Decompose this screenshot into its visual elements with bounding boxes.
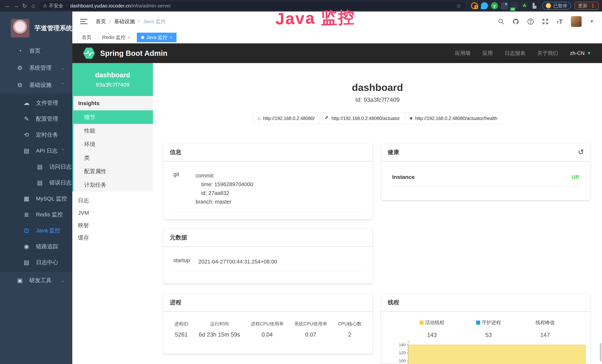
paused-label: 已暂停 — [553, 3, 567, 9]
breadcrumb: 首页 / 基础设施 / Java 监控 — [96, 18, 166, 25]
sidebar: 芋道管理系统 ◔ 首页 ⚙ 系统管理 ⌄ ⧉ 基础设施 ⌃ ☁ 文件管理 ✎ 配… — [0, 11, 72, 364]
sidebar-item-dev-tools[interactable]: ▣ 研发工具 ⌄ — [0, 272, 72, 289]
sidebar-item-home[interactable]: ◔ 首页 — [0, 42, 72, 59]
extension-switch-icon[interactable]: on — [511, 2, 518, 9]
sidebar-item-scheduled-jobs[interactable]: ⟲ 定时任务 — [0, 127, 72, 143]
menu-item-classes[interactable]: 类 — [74, 151, 153, 164]
info-card: 信息 git commit: time: 1596289704000 id: 2… — [163, 143, 373, 219]
sidebar-item-system[interactable]: ⚙ 系统管理 ⌄ — [0, 59, 72, 76]
help-icon[interactable] — [527, 18, 534, 25]
sidebar-item-access-logs[interactable]: ▤ 访问日志 — [0, 159, 72, 175]
tab-java-monitor[interactable]: Java 监控 × — [137, 33, 176, 42]
app-title: 芋道管理系统 — [34, 24, 72, 32]
actuator-url-button[interactable]: http://192.168.0.2:48080/actuator — [320, 113, 405, 124]
close-icon[interactable]: × — [128, 35, 130, 40]
home-icon: ⌂ — [258, 116, 261, 121]
eye-icon: ◉ — [22, 243, 31, 250]
profile-paused-chip[interactable]: 已暂停 — [542, 2, 571, 10]
daemon-threads-value: 53 — [462, 332, 515, 338]
close-icon[interactable]: × — [170, 35, 172, 40]
instance-header[interactable]: dashboard 93a3fc7f7409 — [72, 63, 153, 96]
extension-grid-icon[interactable] — [501, 2, 508, 9]
home-icon[interactable]: ⌂ — [29, 3, 37, 9]
error-log-icon: ▤ — [36, 179, 44, 186]
service-url-button[interactable]: ⌂ http://192.168.0.2:48080/ — [253, 113, 320, 124]
metadata-key: startup — [173, 257, 198, 266]
menu-item-environment[interactable]: 环境 — [74, 137, 153, 151]
browser-update-button[interactable]: 更新 ⋮ — [575, 2, 599, 10]
sidebar-item-infrastructure[interactable]: ⧉ 基础设施 ⌃ — [0, 76, 72, 94]
sba-nav-journal[interactable]: 日志报表 — [505, 50, 526, 57]
page-title: dashboard — [153, 82, 602, 93]
system-cpu-cell: 系统CPU使用率 0.07 — [294, 321, 327, 338]
extension-orange-icon[interactable]: 1 — [471, 2, 478, 9]
legend-swatch-daemon — [476, 321, 480, 325]
menu-item-metrics[interactable]: 性能 — [74, 124, 153, 137]
app-logo — [11, 19, 29, 37]
menu-item-scheduled-tasks[interactable]: 计划任务 — [74, 178, 153, 192]
sidebar-toggle-icon[interactable] — [80, 19, 87, 24]
breadcrumb-infrastructure[interactable]: 基础设施 — [114, 18, 135, 25]
instance-name: dashboard — [95, 71, 130, 79]
sidebar-item-error-logs[interactable]: ▤ 错误日志 — [0, 175, 72, 191]
tab-redis-monitor[interactable]: Redis 监控 × — [98, 33, 135, 42]
sidebar-item-config-manage[interactable]: ✎ 配置管理 — [0, 111, 72, 127]
url-path: /infra/admin-server — [131, 3, 171, 9]
extension-pin-icon[interactable] — [481, 2, 488, 9]
monitor-icon: ⧉ — [16, 82, 24, 88]
live-threads-area — [408, 345, 586, 364]
browser-menu-icon[interactable]: ⋮ — [590, 3, 595, 9]
timer-icon: ⟲ — [22, 131, 31, 138]
github-icon[interactable] — [512, 18, 519, 25]
sidebar-item-api-logs[interactable]: ▤ API 日志 ⌃ — [0, 143, 72, 159]
menu-item-config-props[interactable]: 配置属性 — [74, 164, 153, 178]
health-url-button[interactable]: ♥ http://192.168.0.2:48080/actuator/heal… — [405, 113, 502, 124]
fullscreen-icon[interactable] — [542, 18, 548, 25]
database-icon: ▦ — [22, 195, 31, 202]
forward-icon[interactable]: → — [12, 3, 20, 9]
daemon-threads-legend: 守护进程 53 — [462, 319, 515, 338]
health-instance-row[interactable]: Instance UP — [392, 174, 579, 187]
chevron-down-icon: ⌄ — [61, 65, 64, 70]
process-card: 进程 进程ID 5261 运行时间 6d 23h 15m 59s — [163, 294, 373, 354]
menu-item-details[interactable]: 细节 — [72, 110, 153, 124]
extensions-puzzle-icon[interactable]: ▙ — [531, 2, 538, 9]
user-avatar[interactable] — [571, 16, 582, 27]
breadcrumb-home[interactable]: 首页 — [96, 18, 106, 25]
menu-item-caches[interactable]: 缓存 — [72, 231, 153, 244]
extension-leaf-icon[interactable]: ☘ — [521, 2, 528, 9]
history-icon[interactable]: ↺ — [578, 143, 584, 161]
sidebar-item-log-center[interactable]: ▤ 日志中心 — [0, 254, 72, 270]
sba-language-select[interactable]: zh-CN ▼ — [570, 50, 591, 56]
active-tab-dot — [141, 36, 144, 39]
menu-item-logs[interactable]: 日志 — [72, 194, 153, 207]
git-branch-line: branch: master — [196, 197, 253, 206]
sidebar-item-java-monitor[interactable]: ⊡ Java 监控 — [0, 223, 72, 238]
sba-nav-about[interactable]: 关于我们 — [537, 50, 558, 57]
address-bar[interactable]: ⚠ 不安全 dashboard.yudao.iocoder.cn /infra/… — [39, 2, 465, 10]
avatar-caret-icon[interactable]: ▼ — [590, 19, 594, 24]
search-icon[interactable] — [498, 18, 504, 25]
back-icon[interactable]: ← — [3, 3, 12, 9]
sba-nav-applications[interactable]: 应用 — [483, 50, 493, 57]
reload-icon[interactable]: ↻ — [20, 3, 29, 9]
java-monitor-icon: ⊡ — [22, 227, 31, 234]
extension-y-icon[interactable]: y — [491, 2, 498, 9]
spring-boot-admin-logo — [83, 47, 95, 59]
sidebar-item-file-manage[interactable]: ☁ 文件管理 — [0, 95, 72, 111]
page-scrollbar[interactable] — [600, 343, 602, 362]
info-key: git — [173, 171, 196, 206]
menu-item-jvm[interactable]: JVM — [72, 207, 153, 219]
sidebar-item-mysql-monitor[interactable]: ▦ MySQL 监控 — [0, 191, 72, 207]
tab-home[interactable]: 首页 — [77, 33, 96, 42]
sidebar-item-tracing[interactable]: ◉ 链路追踪 — [0, 238, 72, 254]
font-size-icon[interactable]: TT — [557, 18, 563, 25]
menu-item-mappings[interactable]: 映射 — [72, 219, 153, 231]
sidebar-item-redis-monitor[interactable]: ≣ Redis 监控 — [0, 207, 72, 223]
sba-nav-wallboard[interactable]: 应用墙 — [455, 50, 471, 57]
sba-brand-title[interactable]: Spring Boot Admin — [100, 49, 167, 57]
threads-card-title: 线程 — [381, 294, 591, 311]
edit-icon: ✎ — [22, 115, 31, 122]
tags-view-bar: 首页 Redis 监控 × Java 监控 × — [72, 32, 602, 43]
bookmark-star-icon[interactable]: ☆ — [456, 3, 461, 9]
